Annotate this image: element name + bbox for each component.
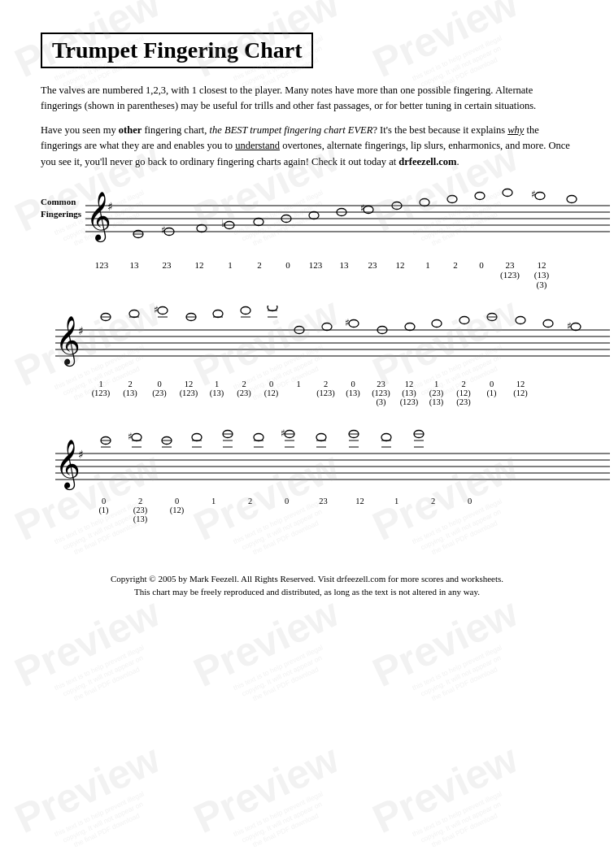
svg-point-37 bbox=[129, 310, 139, 317]
italic-best: the BEST trumpet fingering chart EVER bbox=[210, 124, 373, 136]
svg-text:♯: ♯ bbox=[360, 202, 365, 214]
staff-svg-row3: 𝄞 ♯ ♯ bbox=[41, 423, 610, 496]
svg-point-16 bbox=[309, 211, 319, 219]
alt-fingering-row-2: (123) (13) (23) (123) (13) (23) (12) (12… bbox=[86, 388, 573, 397]
why-text: why bbox=[507, 124, 524, 136]
svg-point-57 bbox=[432, 319, 442, 327]
footer-line-2: This chart may be freely reproduced and … bbox=[41, 585, 573, 599]
footer: Copyright © 2005 by Mark Feezell. All Ri… bbox=[41, 572, 573, 599]
alt-fingering-15: (123) bbox=[494, 270, 526, 280]
svg-text:♯: ♯ bbox=[154, 306, 159, 315]
svg-point-24 bbox=[503, 189, 512, 196]
svg-point-11 bbox=[197, 224, 207, 232]
svg-text:♯: ♯ bbox=[78, 449, 84, 461]
svg-text:♯: ♯ bbox=[161, 224, 166, 236]
watermark-17: Preview this text is to help prevent ill… bbox=[187, 735, 358, 866]
svg-point-46 bbox=[241, 306, 250, 314]
svg-point-56 bbox=[405, 323, 415, 330]
fingering-7: 0 bbox=[274, 260, 302, 270]
fingering-row-2: 1 2 0 12 1 2 0 1 2 0 23 12 1 2 0 12 bbox=[86, 380, 573, 388]
watermark-18: Preview this text is to help prevent ill… bbox=[366, 735, 537, 866]
understand-text: understand bbox=[235, 140, 280, 151]
svg-point-44 bbox=[213, 310, 223, 317]
fingering-10: 23 bbox=[359, 260, 386, 270]
website-link: drfeezell.com bbox=[398, 156, 456, 167]
svg-point-23 bbox=[475, 192, 485, 199]
description-para-2: Have you seen my other fingering chart, … bbox=[41, 123, 573, 170]
fingering-14: 0 bbox=[469, 260, 494, 270]
fingering-2: 13 bbox=[118, 260, 150, 270]
svg-text:♯: ♯ bbox=[107, 201, 113, 213]
staff-section-1: Common Fingerings 𝄞 ♯ ♯ bbox=[41, 181, 573, 289]
svg-point-39 bbox=[158, 306, 168, 314]
fingering-4: 12 bbox=[183, 260, 216, 270]
fingering-15: 23 bbox=[494, 260, 526, 270]
svg-point-58 bbox=[459, 316, 469, 323]
alt2-fingering-row-1: (3) bbox=[85, 280, 573, 289]
svg-point-62 bbox=[543, 319, 553, 327]
svg-text:𝄞: 𝄞 bbox=[55, 440, 81, 491]
watermark-14: Preview this text is to help prevent ill… bbox=[187, 588, 358, 720]
fingering-1: 123 bbox=[85, 260, 118, 270]
staff-svg-row2: 𝄞 ♯ ♯ bbox=[41, 306, 610, 379]
svg-text:♯: ♯ bbox=[78, 325, 84, 337]
fingering-9: 13 bbox=[329, 260, 359, 270]
svg-point-75 bbox=[132, 433, 142, 441]
staff-section-2: 𝄞 ♯ ♯ bbox=[41, 306, 573, 406]
svg-point-52 bbox=[322, 323, 332, 330]
staff-section-3: 𝄞 ♯ ♯ bbox=[41, 423, 573, 523]
svg-text:𝄞: 𝄞 bbox=[55, 316, 81, 367]
title-box: Trumpet Fingering Chart bbox=[41, 33, 313, 68]
description-section: The valves are numbered 1,2,3, with 1 cl… bbox=[41, 83, 573, 170]
fingering-row-3: 0 2 0 1 2 0 23 12 1 2 0 bbox=[85, 497, 573, 506]
alt-fingering-row-1: (123) (13) bbox=[85, 270, 573, 280]
fingering-8: 123 bbox=[302, 260, 329, 270]
svg-text:♯: ♯ bbox=[345, 317, 350, 328]
alt2-fingering-row-2: (3) (123) (13) (23) bbox=[86, 397, 573, 406]
svg-point-61 bbox=[516, 316, 525, 323]
staff-svg-row1: 𝄞 ♯ ♯ ♭ bbox=[41, 181, 610, 258]
svg-point-14 bbox=[254, 218, 263, 225]
svg-text:♯: ♯ bbox=[531, 189, 536, 200]
svg-point-63 bbox=[571, 323, 581, 330]
fingering-12: 1 bbox=[414, 260, 442, 270]
fingering-row-1: 123 13 23 12 1 2 0 123 13 23 12 1 2 0 23… bbox=[85, 260, 573, 270]
svg-text:♭: ♭ bbox=[221, 218, 226, 229]
svg-point-53 bbox=[349, 319, 359, 327]
svg-point-97 bbox=[316, 433, 326, 441]
watermark-15: Preview this text is to help prevent ill… bbox=[366, 588, 537, 720]
watermark-13: Preview this text is to help prevent ill… bbox=[8, 588, 179, 720]
svg-text:𝄞: 𝄞 bbox=[86, 192, 111, 243]
fingering-3: 23 bbox=[150, 260, 183, 270]
fingering-6: 2 bbox=[245, 260, 274, 270]
fingering-11: 12 bbox=[386, 260, 414, 270]
svg-point-89 bbox=[254, 433, 263, 441]
alt2-fingering-16: (3) bbox=[526, 280, 557, 289]
alt2-fingering-row-3: (13) bbox=[85, 514, 573, 523]
description-para-1: The valves are numbered 1,2,3, with 1 cl… bbox=[41, 83, 573, 115]
svg-text:♯: ♯ bbox=[281, 427, 285, 439]
page: Preview this text is to help prevent ill… bbox=[0, 0, 614, 868]
svg-point-82 bbox=[192, 433, 202, 441]
svg-point-21 bbox=[420, 198, 429, 206]
fingering-13: 2 bbox=[442, 260, 469, 270]
footer-line-1: Copyright © 2005 by Mark Feezell. All Ri… bbox=[41, 572, 573, 586]
alt-fingering-row-3: (1) (23) (12) bbox=[85, 506, 573, 514]
staff-label: Common Fingerings bbox=[41, 196, 81, 221]
page-title: Trumpet Fingering Chart bbox=[52, 37, 302, 63]
svg-point-22 bbox=[447, 195, 457, 202]
watermark-16: Preview this text is to help prevent ill… bbox=[8, 735, 179, 866]
fingering-16: 12 bbox=[526, 260, 557, 270]
svg-text:♯: ♯ bbox=[567, 320, 572, 332]
svg-point-27 bbox=[567, 195, 577, 202]
svg-point-104 bbox=[381, 433, 391, 441]
alt-fingering-16: (13) bbox=[526, 270, 557, 280]
bold-other: other bbox=[119, 124, 142, 136]
fingering-5: 1 bbox=[216, 260, 245, 270]
svg-point-25 bbox=[535, 192, 545, 199]
